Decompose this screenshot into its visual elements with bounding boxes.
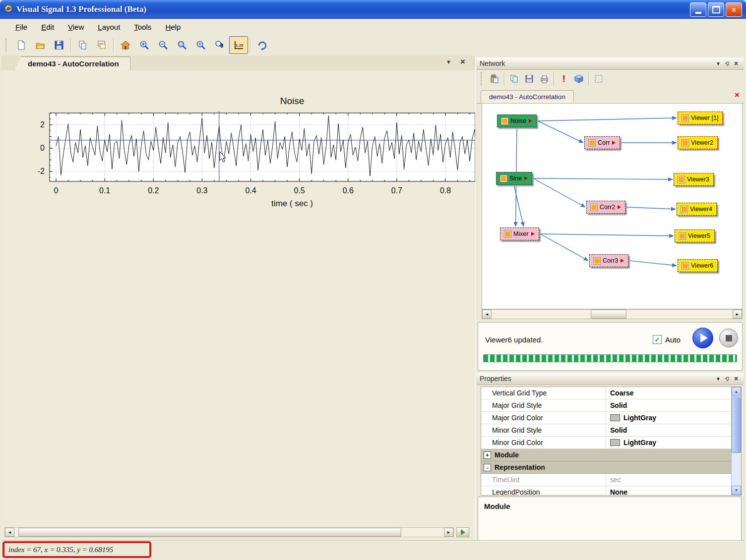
selection-box-button[interactable] [591, 72, 606, 86]
properties-pin-button[interactable] [723, 374, 732, 383]
node-viewer6[interactable]: Viewer6 [678, 259, 718, 272]
scroll-thumb[interactable] [732, 397, 741, 453]
checkmark-icon: ✓ [655, 336, 660, 343]
property-row[interactable]: Minor Grid ColorLightGray [481, 437, 732, 449]
scroll-thumb[interactable] [591, 310, 626, 319]
zoom-cursor-button[interactable] [210, 36, 229, 54]
network-canvas[interactable]: NoiseViewer [1]CorrViewer2SineViewer3Cor… [482, 103, 743, 309]
scroll-left-button[interactable]: ◄ [482, 310, 492, 319]
property-row[interactable]: Minor Grid StyleSolid [481, 424, 732, 437]
save-file-button[interactable] [50, 36, 68, 54]
axis-scale-button[interactable]: 1.23 [229, 36, 248, 54]
scroll-right-button[interactable]: ► [444, 528, 453, 537]
menu-tools[interactable]: Tools [127, 20, 158, 34]
home-view-button[interactable] [116, 36, 135, 54]
properties-vscrollbar[interactable]: ▲ ▼ [731, 387, 741, 495]
document-tab[interactable]: demo43 - AutoCorrelation [14, 56, 130, 70]
node-noise[interactable]: Noise [497, 114, 537, 127]
tab-close-button[interactable]: × [460, 57, 465, 67]
property-value[interactable]: Solid [606, 399, 732, 411]
node-viewer5[interactable]: Viewer5 [675, 229, 715, 242]
properties-dropdown-button[interactable]: ▼ [714, 374, 723, 383]
property-value[interactable]: Coarse [606, 387, 732, 399]
output-port-icon [529, 119, 532, 123]
menu-layout[interactable]: Layout [91, 20, 127, 34]
network-tab-close-button[interactable]: × [735, 90, 740, 100]
zoom-in-button[interactable] [135, 36, 154, 54]
property-row[interactable]: +Module [481, 449, 732, 461]
node-corr[interactable]: Corr [584, 136, 620, 149]
copy-image-button[interactable] [73, 36, 92, 54]
document-hscrollbar[interactable]: ◄ ► [4, 527, 454, 537]
property-value[interactable]: LightGray [606, 437, 732, 448]
network-dropdown-button[interactable]: ▼ [714, 59, 723, 68]
node-corr3[interactable]: Corr3 [589, 254, 628, 267]
expand-icon[interactable]: + [484, 451, 491, 459]
go-right-button[interactable] [456, 527, 469, 537]
property-value[interactable]: Solid [606, 424, 732, 436]
property-row[interactable]: Major Grid ColorLightGray [481, 412, 732, 424]
stop-button[interactable] [719, 329, 738, 347]
property-row[interactable]: Vertical Grid TypeCoarse [481, 387, 732, 399]
network-pin-button[interactable] [723, 59, 732, 68]
minimize-button[interactable] [690, 2, 706, 17]
node-viewer4[interactable]: Viewer4 [677, 203, 717, 216]
property-row[interactable]: TimeUintsec [481, 474, 732, 486]
scroll-right-button[interactable]: ► [733, 310, 742, 319]
network-close-button[interactable]: × [732, 59, 741, 68]
close-button[interactable]: × [726, 2, 742, 17]
property-value[interactable]: None [606, 486, 732, 495]
properties-close-button[interactable]: × [732, 374, 741, 383]
node-viewer3[interactable]: Viewer3 [674, 173, 714, 186]
auto-checkbox[interactable]: ✓ [653, 335, 662, 344]
zoom-out-button[interactable] [154, 36, 173, 54]
network-tab[interactable]: demo43 - AutoCorrelation [481, 90, 574, 103]
save-network-button[interactable] [522, 72, 537, 86]
collapse-icon[interactable]: - [484, 464, 491, 471]
menu-file[interactable]: File [8, 20, 34, 34]
tab-list-dropdown[interactable]: ▼ [446, 59, 451, 65]
maximize-button[interactable] [708, 2, 724, 17]
alert-button[interactable]: ! [557, 72, 571, 86]
menu-edit[interactable]: Edit [34, 20, 61, 34]
menu-help[interactable]: Help [158, 20, 187, 34]
node-viewer1[interactable]: Viewer [1] [678, 112, 723, 124]
toolbar-grip[interactable] [5, 39, 10, 52]
package-button[interactable] [571, 72, 586, 86]
node-viewer2[interactable]: Viewer2 [678, 136, 718, 149]
save-network-icon [524, 74, 534, 84]
node-sine[interactable]: Sine [496, 172, 532, 185]
scroll-down-button[interactable]: ▼ [732, 486, 741, 495]
property-row[interactable]: Major Grid StyleSolid [481, 399, 732, 412]
toolbar-grip[interactable] [481, 72, 485, 85]
refresh-plot-button[interactable] [253, 36, 272, 54]
noise-chart[interactable]: 00.10.20.30.40.50.60.70.8-202Noisetime (… [1, 73, 475, 229]
scroll-up-button[interactable]: ▲ [732, 387, 741, 396]
zoom-window-button[interactable] [173, 36, 191, 54]
output-port-icon [621, 259, 624, 263]
print-network-button[interactable] [537, 72, 552, 86]
copy-module-button[interactable] [507, 72, 522, 86]
scroll-track[interactable] [14, 528, 444, 537]
scroll-thumb[interactable] [18, 528, 401, 537]
menu-view[interactable]: View [61, 20, 91, 34]
network-hscrollbar[interactable]: ◄ ► [482, 309, 743, 319]
zoom-pan-button[interactable] [191, 36, 210, 54]
paste-module-button[interactable] [487, 72, 502, 86]
node-label: Viewer3 [687, 176, 709, 183]
node-corr2[interactable]: Corr2 [586, 201, 625, 214]
copy-plot-button[interactable] [92, 36, 111, 54]
open-file-button[interactable] [31, 36, 50, 54]
property-row[interactable]: -Representation [481, 461, 732, 474]
property-value[interactable]: sec [606, 474, 732, 486]
play-button[interactable] [692, 328, 713, 348]
scroll-left-button[interactable]: ◄ [5, 528, 14, 537]
new-document-button[interactable] [12, 36, 31, 54]
property-row[interactable]: LegendPositionNone [481, 486, 732, 495]
node-mixer[interactable]: Mixer [500, 227, 539, 240]
scroll-track[interactable] [492, 310, 733, 319]
plot-area[interactable]: 00.10.20.30.40.50.60.70.8-202Noisetime (… [1, 70, 475, 541]
scroll-track[interactable] [732, 396, 741, 486]
property-value[interactable]: LightGray [606, 412, 732, 424]
stop-icon [726, 335, 732, 341]
